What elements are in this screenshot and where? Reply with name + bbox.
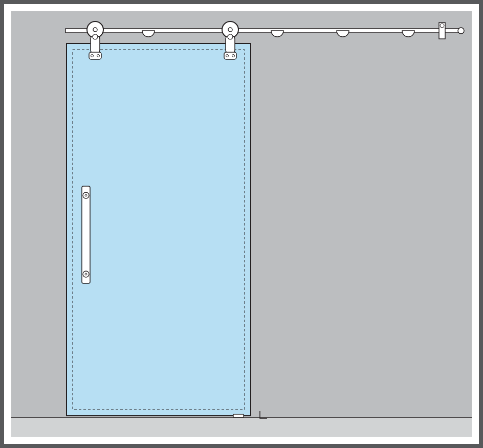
floor-guide [233, 414, 244, 417]
pull-handle [82, 186, 90, 283]
glass-door-leaf [67, 43, 251, 416]
handle-standoff-2 [83, 271, 89, 277]
sliding-door-elevation [0, 0, 483, 448]
svg-point-6 [93, 34, 98, 39]
rail-endcap [458, 28, 464, 34]
svg-rect-14 [82, 186, 90, 283]
svg-point-13 [228, 34, 233, 39]
floor [11, 417, 472, 437]
handle-standoff-1 [83, 192, 89, 198]
top-rail [65, 29, 460, 33]
